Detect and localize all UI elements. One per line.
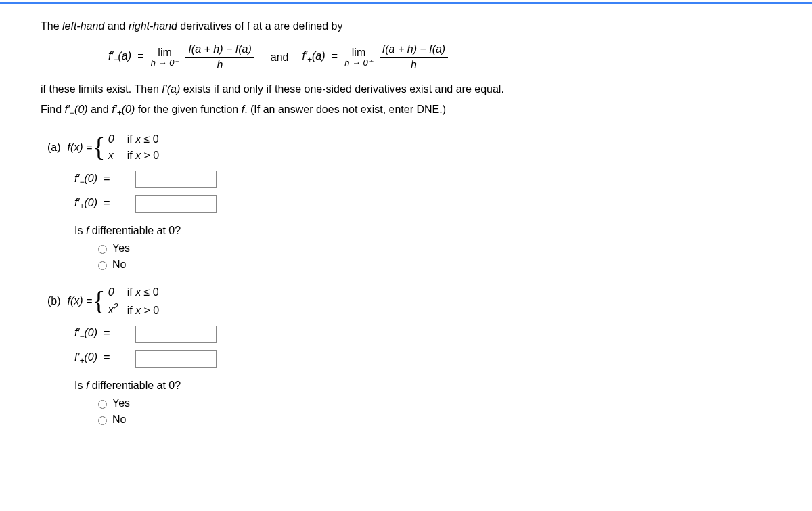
part-b-ans2-label: f′+(0) = <box>74 351 129 365</box>
intro-and: and <box>104 20 129 32</box>
frac-den-right: h <box>411 58 417 71</box>
part-a-case2-cond: if x > 0 <box>127 148 160 164</box>
part-b-label: (b) <box>47 295 61 307</box>
para1-a: if these limits exist. Then <box>41 83 162 95</box>
para2-d: f′+(0) <box>112 104 135 115</box>
part-a-ans2-label: f′+(0) = <box>74 197 129 211</box>
part-b-answer1: f′−(0) = <box>74 326 771 343</box>
formula-and: and <box>271 51 289 64</box>
part-b-yes-label: Yes <box>112 397 130 409</box>
para2-a: Find <box>41 104 65 115</box>
part-b-ans1-input[interactable] <box>135 326 217 343</box>
part-b-radio-no[interactable] <box>98 416 107 425</box>
part-b-radio-yes[interactable] <box>98 400 107 409</box>
part-a-ans1-label: f′−(0) = <box>74 173 129 187</box>
intro-right-hand: right-hand <box>129 20 177 32</box>
part-b-case2-cond: if x > 0 <box>127 303 160 319</box>
part-b-function: (b) f(x) = { 0 if x ≤ 0 x2 if x > 0 <box>47 284 771 318</box>
part-b-no-row: No <box>95 414 771 426</box>
part-a-answer1: f′−(0) = <box>74 171 771 188</box>
frac-num-right: f(a + h) − f(a) <box>380 43 448 58</box>
part-a-func-lead: f(x) = <box>68 141 93 154</box>
lim-word-left: lim <box>158 47 171 59</box>
lim-left: lim h → 0⁻ <box>151 47 179 68</box>
problem-content: The left-hand and right-hand derivatives… <box>0 4 812 446</box>
part-b-piecewise: { 0 if x ≤ 0 x2 if x > 0 <box>92 284 159 318</box>
lim-left-under: h → 0⁻ <box>151 58 179 68</box>
part-b-case1-val: 0 <box>108 284 127 301</box>
part-a-radio-yes[interactable] <box>98 245 107 254</box>
fraction-left: f(a + h) − f(a) h <box>185 43 254 71</box>
part-a-case1-val: 0 <box>108 131 127 148</box>
intro-left-hand: left-hand <box>62 20 104 32</box>
part-a-radio-no[interactable] <box>98 261 107 270</box>
para1-b: f′(a) <box>162 83 180 95</box>
part-b-answer2: f′+(0) = <box>74 350 771 368</box>
part-b-ans1-label: f′−(0) = <box>74 327 129 341</box>
part-a-yes-label: Yes <box>112 242 130 254</box>
left-deriv-label: f′−(a) = <box>108 50 147 64</box>
part-a-no-row: No <box>95 259 771 271</box>
part-a-answer2: f′+(0) = <box>74 195 771 213</box>
para2-g: . (If an answer does not exist, enter DN… <box>244 104 446 115</box>
lim-right: lim h → 0⁺ <box>344 47 373 68</box>
part-a-function: (a) f(x) = { 0 if x ≤ 0 x if x > 0 <box>47 131 771 164</box>
intro-suffix: derivatives of f at a are defined by <box>177 20 343 32</box>
part-b-question: Is f differentiable at 0? <box>74 380 771 392</box>
existence-paragraph: if these limits exist. Then f′(a) exists… <box>41 83 771 95</box>
brace-icon: { <box>92 288 105 315</box>
part-b-yes-row: Yes <box>95 397 771 409</box>
brace-icon: { <box>92 134 105 161</box>
part-b-ans2-input[interactable] <box>135 350 217 368</box>
lim-right-under: h → 0⁺ <box>344 58 373 68</box>
part-b-case1-cond: if x ≤ 0 <box>127 284 159 301</box>
fraction-right: f(a + h) − f(a) h <box>380 43 448 71</box>
part-a-case2-val: x <box>108 148 127 164</box>
para1-c: exists if and only if these one-sided de… <box>180 83 504 95</box>
para2-c: and <box>88 104 112 115</box>
part-a-case1-cond: if x ≤ 0 <box>127 131 159 148</box>
frac-den-left: h <box>217 58 223 71</box>
definition-formula: f′−(a) = lim h → 0⁻ f(a + h) − f(a) h an… <box>41 43 771 71</box>
part-a-yes-row: Yes <box>95 242 771 254</box>
part-b-no-label: No <box>112 414 126 426</box>
part-a-ans1-input[interactable] <box>135 171 217 188</box>
part-b: (b) f(x) = { 0 if x ≤ 0 x2 if x > 0 f′−(… <box>41 284 771 425</box>
intro-text: The left-hand and right-hand derivatives… <box>41 20 771 32</box>
right-deriv-label: f′+(a) = <box>302 50 340 64</box>
part-b-case2-val: x2 <box>108 301 127 318</box>
frac-num-left: f(a + h) − f(a) <box>185 43 254 58</box>
part-a: (a) f(x) = { 0 if x ≤ 0 x if x > 0 f′−(0… <box>41 131 771 271</box>
para2-b: f′−(0) <box>65 104 88 115</box>
lim-word-right: lim <box>352 47 365 59</box>
intro-prefix: The <box>41 20 62 32</box>
para2-e: for the given function <box>135 104 241 115</box>
part-a-label: (a) <box>47 141 61 154</box>
find-paragraph: Find f′−(0) and f′+(0) for the given fun… <box>41 104 771 118</box>
part-a-ans2-input[interactable] <box>135 195 217 213</box>
part-b-func-lead: f(x) = <box>68 295 93 307</box>
part-a-question: Is f differentiable at 0? <box>74 225 771 237</box>
part-a-no-label: No <box>112 259 126 271</box>
part-a-piecewise: { 0 if x ≤ 0 x if x > 0 <box>92 131 159 164</box>
